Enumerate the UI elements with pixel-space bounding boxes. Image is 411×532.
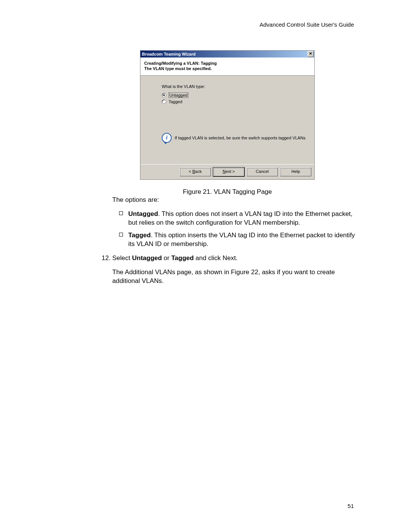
document-page: Advanced Control Suite User's Guide Broa…	[0, 0, 411, 532]
close-icon[interactable]: ✕	[307, 51, 314, 57]
running-header: Advanced Control Suite User's Guide	[260, 21, 354, 28]
dialog-heading-line2: The VLAN type must be specified.	[144, 66, 311, 71]
next-button[interactable]: Next >	[213, 168, 244, 176]
step-followup: The Additional VLANs page, as shown in F…	[112, 268, 356, 286]
dialog-title: Broadcom Teaming Wizard	[142, 52, 307, 56]
step-post: and click Next.	[194, 254, 237, 262]
step-pre: Select	[112, 254, 132, 262]
options-list: Untagged. This option does not insert a …	[119, 210, 356, 249]
radio-untagged[interactable]: Untagged	[162, 93, 311, 98]
radio-button-icon	[162, 93, 166, 97]
vlan-type-question: What is the VLAN type:	[162, 84, 311, 89]
option-untagged: Untagged. This option does not insert a …	[119, 210, 356, 227]
dialog-button-row: < Back Next > Cancel Help	[140, 164, 314, 179]
next-rest: ext >	[226, 169, 235, 174]
step-mid: or	[162, 254, 171, 262]
body-content: The options are: Untagged. This option d…	[112, 196, 356, 291]
back-rest: ack	[195, 169, 202, 174]
options-intro: The options are:	[112, 196, 356, 204]
info-icon: i	[162, 133, 172, 143]
figure-caption: Figure 21. VLAN Tagging Page	[140, 188, 315, 196]
cancel-button[interactable]: Cancel	[247, 168, 278, 176]
info-text: If tagged VLAN is selected, be sure the …	[175, 136, 306, 140]
help-button[interactable]: Help	[280, 168, 311, 176]
dialog-titlebar: Broadcom Teaming Wizard ✕	[140, 51, 314, 58]
back-button[interactable]: < Back	[180, 168, 211, 176]
option-untagged-desc: . This option does not insert a VLAN tag…	[128, 210, 352, 226]
radio-untagged-label: Untagged	[169, 93, 188, 98]
step-12: 12. Select Untagged or Tagged and click …	[102, 254, 356, 263]
dialog-heading: Creating/Modifying a VLAN: Tagging The V…	[140, 58, 314, 76]
option-untagged-term: Untagged	[128, 210, 158, 217]
step-number: 12.	[102, 254, 112, 263]
back-mnemonic: B	[193, 169, 195, 174]
back-prefix: <	[189, 169, 192, 174]
step-term-tagged: Tagged	[171, 254, 194, 262]
wizard-dialog: Broadcom Teaming Wizard ✕ Creating/Modif…	[140, 50, 315, 180]
radio-tagged-label: Tagged	[169, 99, 182, 104]
info-callout: i If tagged VLAN is selected, be sure th…	[162, 133, 306, 143]
radio-button-icon	[162, 99, 166, 104]
dialog-heading-line1: Creating/Modifying a VLAN: Tagging	[144, 61, 311, 66]
option-tagged-term: Tagged	[128, 232, 151, 239]
option-tagged-desc: . This option inserts the VLAN tag ID in…	[128, 232, 355, 248]
step-instruction: Select Untagged or Tagged and click Next…	[112, 254, 356, 263]
figure-21: Broadcom Teaming Wizard ✕ Creating/Modif…	[140, 50, 315, 196]
option-tagged: Tagged. This option inserts the VLAN tag…	[119, 231, 356, 249]
step-term-untagged: Untagged	[132, 254, 162, 262]
next-mnemonic: N	[223, 169, 226, 174]
radio-tagged[interactable]: Tagged	[162, 99, 311, 104]
page-number: 51	[347, 503, 354, 509]
dialog-body: What is the VLAN type: Untagged Tagged i…	[140, 76, 314, 164]
